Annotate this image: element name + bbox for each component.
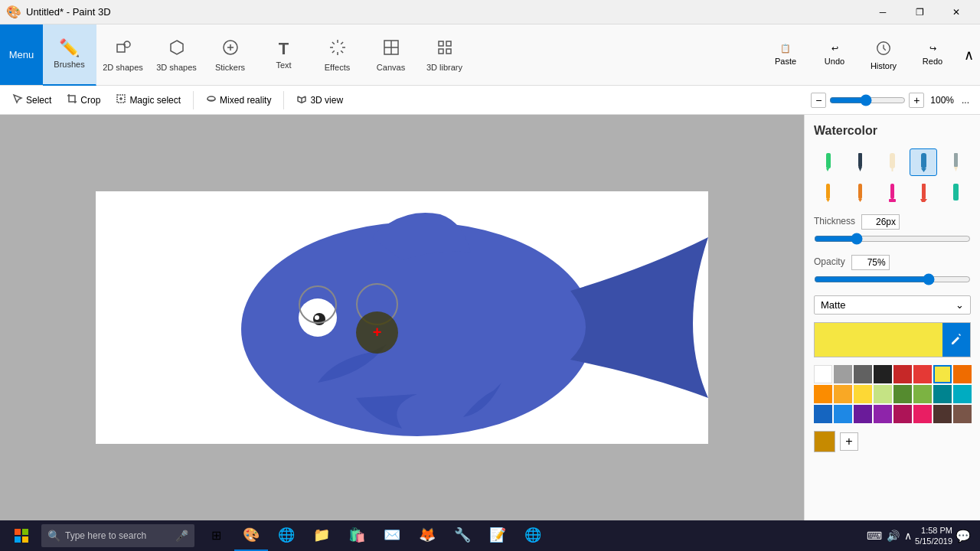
drawing-canvas[interactable]: + — [96, 191, 708, 444]
color-red-dark[interactable] — [893, 365, 912, 383]
color-yellow[interactable] — [854, 385, 872, 403]
edit-color-button[interactable] — [942, 323, 970, 357]
ribbon-effects[interactable]: Effects — [311, 24, 364, 86]
brush-gray-pencil[interactable] — [942, 148, 969, 176]
color-brown-dark[interactable] — [933, 405, 952, 423]
ribbon-text[interactable]: T Text — [257, 24, 311, 86]
brush-beige-oil[interactable] — [878, 148, 906, 176]
color-yellow-selected[interactable] — [933, 365, 952, 383]
taskbar-app-icons: ⊞ 🎨 🌐 📁 🛍️ ✉️ 🦊 🔧 📝 🌐 — [199, 520, 550, 551]
thickness-slider[interactable] — [814, 233, 971, 245]
color-teal-dark[interactable] — [933, 385, 952, 403]
cursor-circle-white — [299, 285, 337, 324]
brush-calligraphy[interactable] — [878, 179, 906, 207]
mixed-reality-icon — [206, 93, 217, 106]
taskbar-firefox[interactable]: 🦊 — [410, 520, 444, 551]
clock[interactable]: 1:58 PM 5/15/2019 — [915, 525, 952, 547]
ribbon-stickers[interactable]: Stickers — [204, 24, 257, 86]
taskbar-search-input[interactable] — [65, 530, 171, 541]
taskbar-search[interactable]: 🔍 🎤 — [41, 524, 194, 547]
color-teal[interactable] — [953, 385, 972, 403]
history-button[interactable]: History — [859, 24, 908, 85]
color-brown[interactable] — [953, 405, 972, 423]
undo-label: Undo — [825, 57, 844, 66]
color-blue-dark[interactable] — [814, 405, 832, 423]
zoom-out-button[interactable]: − — [811, 93, 826, 108]
color-blue[interactable] — [834, 405, 852, 423]
svg-rect-37 — [22, 529, 28, 535]
brush-teal-chalk[interactable] — [942, 179, 969, 207]
ribbon-3dlibrary[interactable]: 3D library — [418, 24, 472, 86]
menu-button[interactable]: Menu — [0, 24, 43, 85]
color-red[interactable] — [913, 365, 932, 383]
brush-green-marker[interactable] — [814, 148, 841, 176]
taskbar-store[interactable]: 🛍️ — [340, 520, 374, 551]
custom-color-swatch[interactable] — [814, 431, 835, 452]
taskbar-word[interactable]: 📝 — [481, 520, 514, 551]
taskbar-file-explorer[interactable]: 📁 — [305, 520, 338, 551]
color-purple[interactable] — [874, 405, 892, 423]
color-black[interactable] — [874, 365, 892, 383]
tray-network-icon[interactable]: ⌨ — [867, 530, 882, 542]
color-lime-light[interactable] — [874, 385, 892, 403]
canvas-area[interactable]: + — [0, 115, 804, 520]
zoom-in-button[interactable]: + — [909, 93, 924, 108]
notification-icon[interactable]: 💬 — [956, 529, 971, 543]
select-tool[interactable]: Select — [6, 90, 57, 109]
taskbar-edge[interactable]: 🌐 — [270, 520, 303, 551]
color-amber[interactable] — [834, 385, 852, 403]
brush-dark-pen[interactable] — [846, 148, 874, 176]
color-white[interactable] — [814, 365, 832, 383]
cursor-active: + — [356, 311, 398, 354]
opacity-input[interactable] — [851, 255, 890, 270]
maximize-button[interactable]: ❐ — [902, 0, 937, 24]
svg-rect-27 — [826, 184, 830, 199]
brush-orange-marker[interactable] — [814, 179, 841, 207]
color-green[interactable] — [913, 385, 932, 403]
color-green-dark[interactable] — [893, 385, 912, 403]
3d-view-tool[interactable]: 3D view — [290, 90, 349, 109]
opacity-slider[interactable] — [814, 273, 971, 285]
brush-spray[interactable] — [846, 179, 874, 207]
color-purple-dark[interactable] — [854, 405, 872, 423]
magic-select-tool[interactable]: Magic select — [109, 90, 187, 109]
zoom-slider[interactable] — [829, 94, 906, 106]
more-options-button[interactable]: ... — [957, 93, 974, 107]
redo-button[interactable]: ↪ Redo — [908, 24, 957, 85]
thickness-input[interactable] — [861, 214, 900, 230]
svg-rect-17 — [826, 153, 831, 168]
active-color-swatch[interactable] — [815, 323, 942, 357]
crop-tool[interactable]: Crop — [60, 90, 106, 109]
color-orange[interactable] — [814, 385, 832, 403]
taskbar-task-view[interactable]: ⊞ — [199, 520, 233, 551]
color-gray-light[interactable] — [834, 365, 852, 383]
3dlibrary-label: 3D library — [426, 63, 462, 72]
color-pink[interactable] — [913, 405, 932, 423]
tray-volume-icon[interactable]: 🔊 — [887, 530, 900, 542]
brush-orange-flat[interactable] — [910, 179, 937, 207]
tray-chevron-icon[interactable]: ∧ — [904, 530, 912, 542]
close-button[interactable]: ✕ — [939, 0, 974, 24]
paste-button[interactable]: 📋 Paste — [761, 24, 810, 85]
ribbon-3dshapes[interactable]: 3D shapes — [150, 24, 204, 86]
undo-button[interactable]: ↩ Undo — [810, 24, 859, 85]
taskbar-unknown1[interactable]: 🔧 — [446, 520, 479, 551]
brush-blue-watercolor[interactable] — [910, 148, 937, 176]
color-orange-dark[interactable] — [953, 365, 972, 383]
color-gray-mid[interactable] — [854, 365, 872, 383]
color-pink-dark[interactable] — [893, 405, 912, 423]
taskbar-mail[interactable]: ✉️ — [375, 520, 409, 551]
add-color-button[interactable]: + — [840, 432, 858, 451]
taskbar-paint3d[interactable]: 🎨 — [234, 520, 268, 551]
3d-view-icon — [296, 93, 307, 106]
start-button[interactable] — [3, 520, 40, 551]
minimize-button[interactable]: ─ — [865, 0, 900, 24]
mixed-reality-tool[interactable]: Mixed reality — [200, 90, 277, 109]
ribbon-canvas[interactable]: Canvas — [364, 24, 418, 86]
undo-icon: ↩ — [831, 44, 838, 54]
finish-dropdown[interactable]: Matte ⌄ — [814, 295, 971, 315]
ribbon-2dshapes[interactable]: 2D shapes — [96, 24, 150, 86]
ribbon-brushes[interactable]: ✏️ Brushes — [43, 24, 96, 86]
ribbon-collapse-button[interactable]: ∧ — [957, 24, 980, 86]
taskbar-unknown2[interactable]: 🌐 — [516, 520, 550, 551]
